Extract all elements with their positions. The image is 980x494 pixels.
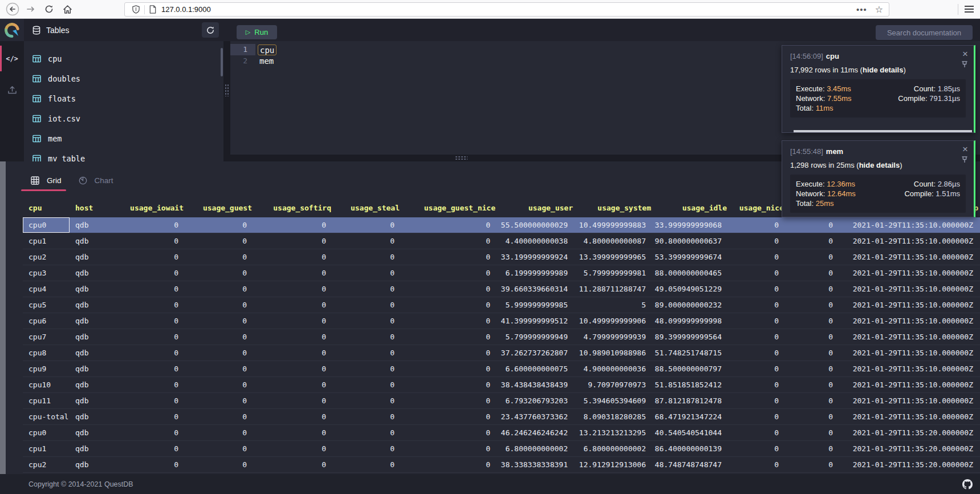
table-row[interactable]: cpu1qdb000006.8000000000026.800000000002… <box>23 441 980 457</box>
table-cell[interactable]: 5.999999999985 <box>497 297 575 313</box>
table-row[interactable]: cpu8qdb0000037.26273726280710.9890109889… <box>23 345 980 361</box>
column-header[interactable]: usage_guest_nice <box>401 199 497 217</box>
table-cell[interactable]: cpu1 <box>23 441 70 456</box>
table-cell[interactable]: 0 <box>401 361 497 376</box>
table-cell[interactable]: 38.338338338391 <box>497 457 575 472</box>
column-header[interactable]: usage_guest <box>185 199 254 217</box>
table-cell[interactable]: 0 <box>114 377 185 392</box>
table-cell[interactable]: 0 <box>729 441 786 456</box>
table-cell[interactable]: 0 <box>114 409 185 424</box>
back-button[interactable] <box>5 1 21 17</box>
table-cell[interactable]: qdb <box>70 377 114 392</box>
table-row[interactable]: cpu2qdb0000033.19999999992413.3999999999… <box>23 249 980 265</box>
table-cell[interactable]: 0 <box>254 329 333 345</box>
table-cell[interactable]: cpu4 <box>23 281 70 297</box>
table-cell[interactable]: 0 <box>114 249 185 265</box>
table-cell[interactable]: 2021-01-29T11:35:10.000000Z <box>840 313 980 329</box>
table-cell[interactable]: 5.799999999981 <box>575 265 653 281</box>
table-cell[interactable]: 0 <box>333 297 401 313</box>
table-cell[interactable]: qdb <box>70 457 114 472</box>
table-cell[interactable]: 0 <box>254 393 333 408</box>
sidebar-item-floats[interactable]: floats <box>24 88 223 108</box>
table-cell[interactable]: 0 <box>185 233 254 249</box>
table-cell[interactable]: 0 <box>114 281 185 297</box>
table-cell[interactable]: qdb <box>70 345 114 361</box>
page-info-icon[interactable] <box>149 5 157 14</box>
table-cell[interactable]: 89.399999999564 <box>653 329 729 345</box>
table-cell[interactable]: 10.989010988986 <box>575 345 653 361</box>
table-cell[interactable]: 0 <box>185 361 254 376</box>
table-cell[interactable]: 46.246246246242 <box>497 425 575 440</box>
table-cell[interactable]: 0 <box>114 329 185 345</box>
table-cell[interactable]: 0 <box>185 457 254 472</box>
table-cell[interactable]: 0 <box>729 217 786 233</box>
browser-menu-button[interactable] <box>965 6 974 13</box>
table-cell[interactable]: 0 <box>729 377 786 392</box>
page-actions-icon[interactable]: ••• <box>856 5 867 14</box>
home-button[interactable] <box>59 1 75 17</box>
table-cell[interactable]: 55.500000000029 <box>497 217 575 233</box>
table-cell[interactable]: 33.999999999068 <box>653 217 729 233</box>
table-cell[interactable]: 0 <box>401 457 497 472</box>
table-cell[interactable]: 0 <box>729 457 786 472</box>
table-cell[interactable]: 0 <box>333 313 401 329</box>
table-cell[interactable]: 0 <box>333 281 401 297</box>
table-cell[interactable]: 0 <box>786 425 840 440</box>
table-cell[interactable]: 0 <box>185 281 254 297</box>
table-cell[interactable]: 0 <box>254 281 333 297</box>
column-header[interactable]: usage_iowait <box>114 199 185 217</box>
table-cell[interactable]: 6.600000000075 <box>497 361 575 376</box>
url-input[interactable]: 127.0.0.1:9000 <box>161 5 856 14</box>
table-cell[interactable]: 33.199999999924 <box>497 249 575 265</box>
table-cell[interactable]: 0 <box>401 265 497 281</box>
table-cell[interactable]: 0 <box>729 265 786 281</box>
table-cell[interactable]: 2021-01-29T11:35:10.000000Z <box>840 345 980 361</box>
table-row[interactable]: cpu5qdb000005.999999999985589.0000000002… <box>23 297 980 313</box>
table-cell[interactable]: 5 <box>575 297 653 313</box>
forward-button[interactable] <box>23 1 39 17</box>
table-cell[interactable]: 0 <box>786 249 840 265</box>
table-cell[interactable]: 0 <box>401 281 497 297</box>
sidebar-item-import[interactable] <box>0 80 24 99</box>
table-cell[interactable]: cpu2 <box>23 249 70 265</box>
table-cell[interactable]: 0 <box>185 377 254 392</box>
table-cell[interactable]: 51.748251748715 <box>653 345 729 361</box>
table-cell[interactable]: 0 <box>401 393 497 408</box>
column-header[interactable]: usage_user <box>497 199 575 217</box>
tab-grid[interactable]: Grid <box>31 161 62 199</box>
table-cell[interactable]: 2021-01-29T11:35:10.000000Z <box>840 297 980 313</box>
table-cell[interactable]: 0 <box>729 281 786 297</box>
sidebar-item-console[interactable]: </> <box>0 46 24 71</box>
table-cell[interactable]: 0 <box>114 313 185 329</box>
table-row[interactable]: cpu6qdb0000041.39999999951210.4999999999… <box>23 313 980 329</box>
table-cell[interactable]: 2021-01-29T11:35:10.000000Z <box>840 409 980 424</box>
sidebar-item-my_table[interactable]: my_table <box>24 148 223 161</box>
table-cell[interactable]: 13.213213213295 <box>575 425 653 440</box>
table-cell[interactable]: 4.799999999939 <box>575 329 653 345</box>
table-cell[interactable]: cpu5 <box>23 297 70 313</box>
table-cell[interactable]: 6.800000000002 <box>575 441 653 456</box>
run-button[interactable]: ▷ Run <box>237 25 277 39</box>
table-cell[interactable]: 2021-01-29T11:35:10.000000Z <box>840 377 980 392</box>
table-cell[interactable]: 5.394605394609 <box>575 393 653 408</box>
table-cell[interactable]: 0 <box>333 233 401 249</box>
table-cell[interactable]: 0 <box>401 425 497 440</box>
table-cell[interactable]: 0 <box>114 441 185 456</box>
table-row[interactable]: cpu0qdb0000046.24624624624213.2132132132… <box>23 425 980 441</box>
table-cell[interactable]: cpu6 <box>23 313 70 329</box>
table-row[interactable]: cpu4qdb0000039.66033966031411.2887112887… <box>23 281 980 297</box>
table-cell[interactable]: 12.912912913006 <box>575 457 653 472</box>
table-cell[interactable]: 2021-01-29T11:35:20.000000Z <box>840 457 980 472</box>
table-cell[interactable]: 0 <box>254 297 333 313</box>
table-cell[interactable]: 0 <box>254 457 333 472</box>
table-cell[interactable]: 4.800000000087 <box>575 233 653 249</box>
column-header[interactable]: usage_nice <box>729 199 786 217</box>
tab-chart[interactable]: Chart <box>79 161 113 199</box>
table-cell[interactable]: 0 <box>729 297 786 313</box>
table-cell[interactable]: cpu10 <box>23 377 70 392</box>
table-cell[interactable]: 0 <box>254 377 333 392</box>
table-cell[interactable]: 0 <box>729 249 786 265</box>
url-bar[interactable]: 127.0.0.1:9000 ••• ☆ <box>124 2 889 17</box>
reload-button[interactable] <box>41 1 57 17</box>
table-row[interactable]: cpu11qdb000006.7932067932035.39460539460… <box>23 393 980 409</box>
